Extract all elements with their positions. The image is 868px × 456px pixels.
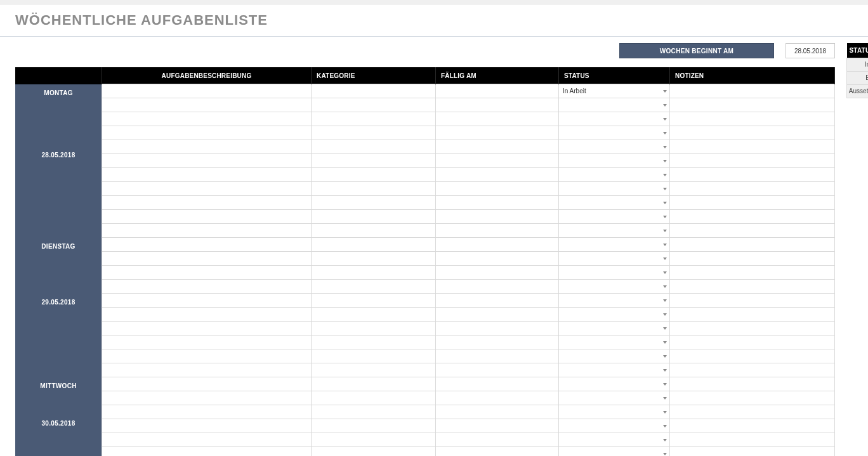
task-status-dropdown[interactable] [559, 363, 670, 377]
task-description-cell[interactable] [102, 252, 312, 266]
task-description-cell[interactable] [102, 210, 312, 224]
task-status-dropdown[interactable] [559, 266, 670, 280]
task-notes-cell[interactable] [670, 196, 835, 210]
task-notes-cell[interactable] [670, 335, 835, 349]
task-status-dropdown[interactable]: In Arbeit [559, 84, 670, 98]
task-status-dropdown[interactable] [559, 168, 670, 182]
task-status-dropdown[interactable] [559, 224, 670, 238]
task-due-cell[interactable] [436, 433, 559, 447]
task-notes-cell[interactable] [670, 447, 835, 457]
task-description-cell[interactable] [102, 84, 312, 98]
task-description-cell[interactable] [102, 391, 312, 405]
task-status-dropdown[interactable] [559, 391, 670, 405]
task-category-cell[interactable] [312, 154, 436, 168]
task-category-cell[interactable] [312, 266, 436, 280]
task-category-cell[interactable] [312, 433, 436, 447]
task-description-cell[interactable] [102, 154, 312, 168]
task-due-cell[interactable] [436, 349, 559, 363]
task-notes-cell[interactable] [670, 308, 835, 322]
task-category-cell[interactable] [312, 419, 436, 433]
task-notes-cell[interactable] [670, 224, 835, 238]
task-category-cell[interactable] [312, 84, 436, 98]
task-notes-cell[interactable] [670, 363, 835, 377]
task-description-cell[interactable] [102, 405, 312, 419]
status-option[interactable]: In Arbeit [847, 58, 869, 72]
task-status-dropdown[interactable] [559, 154, 670, 168]
task-status-dropdown[interactable] [559, 377, 670, 391]
task-category-cell[interactable] [312, 140, 436, 154]
task-status-dropdown[interactable] [559, 196, 670, 210]
week-start-date-input[interactable]: 28.05.2018 [786, 43, 835, 58]
task-due-cell[interactable] [436, 377, 559, 391]
task-notes-cell[interactable] [670, 140, 835, 154]
task-status-dropdown[interactable] [559, 98, 670, 112]
task-due-cell[interactable] [436, 252, 559, 266]
task-status-dropdown[interactable] [559, 238, 670, 252]
task-due-cell[interactable] [436, 126, 559, 140]
task-notes-cell[interactable] [670, 322, 835, 335]
task-notes-cell[interactable] [670, 238, 835, 252]
task-description-cell[interactable] [102, 98, 312, 112]
task-category-cell[interactable] [312, 238, 436, 252]
task-description-cell[interactable] [102, 447, 312, 457]
task-status-dropdown[interactable] [559, 210, 670, 224]
task-notes-cell[interactable] [670, 433, 835, 447]
task-notes-cell[interactable] [670, 419, 835, 433]
task-due-cell[interactable] [436, 391, 559, 405]
task-category-cell[interactable] [312, 377, 436, 391]
task-status-dropdown[interactable] [559, 447, 670, 457]
task-due-cell[interactable] [436, 322, 559, 335]
task-description-cell[interactable] [102, 168, 312, 182]
task-notes-cell[interactable] [670, 252, 835, 266]
task-due-cell[interactable] [436, 168, 559, 182]
task-status-dropdown[interactable] [559, 280, 670, 294]
task-category-cell[interactable] [312, 363, 436, 377]
task-due-cell[interactable] [436, 182, 559, 196]
status-option[interactable]: Aussetzen / Warten [847, 85, 869, 98]
task-due-cell[interactable] [436, 154, 559, 168]
task-description-cell[interactable] [102, 419, 312, 433]
task-due-cell[interactable] [436, 210, 559, 224]
task-category-cell[interactable] [312, 322, 436, 335]
task-due-cell[interactable] [436, 280, 559, 294]
task-status-dropdown[interactable] [559, 322, 670, 335]
task-category-cell[interactable] [312, 308, 436, 322]
task-status-dropdown[interactable] [559, 349, 670, 363]
task-category-cell[interactable] [312, 252, 436, 266]
task-due-cell[interactable] [436, 363, 559, 377]
task-category-cell[interactable] [312, 335, 436, 349]
task-due-cell[interactable] [436, 98, 559, 112]
task-due-cell[interactable] [436, 84, 559, 98]
task-due-cell[interactable] [436, 419, 559, 433]
task-category-cell[interactable] [312, 224, 436, 238]
task-due-cell[interactable] [436, 447, 559, 457]
task-notes-cell[interactable] [670, 126, 835, 140]
task-due-cell[interactable] [436, 238, 559, 252]
task-notes-cell[interactable] [670, 168, 835, 182]
task-status-dropdown[interactable] [559, 252, 670, 266]
task-notes-cell[interactable] [670, 391, 835, 405]
task-description-cell[interactable] [102, 126, 312, 140]
task-notes-cell[interactable] [670, 98, 835, 112]
task-status-dropdown[interactable] [559, 126, 670, 140]
task-notes-cell[interactable] [670, 112, 835, 126]
task-category-cell[interactable] [312, 391, 436, 405]
task-notes-cell[interactable] [670, 405, 835, 419]
task-category-cell[interactable] [312, 405, 436, 419]
task-category-cell[interactable] [312, 210, 436, 224]
task-notes-cell[interactable] [670, 266, 835, 280]
task-description-cell[interactable] [102, 308, 312, 322]
task-status-dropdown[interactable] [559, 112, 670, 126]
task-category-cell[interactable] [312, 182, 436, 196]
task-status-dropdown[interactable] [559, 140, 670, 154]
task-due-cell[interactable] [436, 294, 559, 308]
task-notes-cell[interactable] [670, 377, 835, 391]
task-notes-cell[interactable] [670, 349, 835, 363]
task-due-cell[interactable] [436, 196, 559, 210]
task-category-cell[interactable] [312, 126, 436, 140]
task-status-dropdown[interactable] [559, 182, 670, 196]
task-status-dropdown[interactable] [559, 433, 670, 447]
task-due-cell[interactable] [436, 308, 559, 322]
task-description-cell[interactable] [102, 294, 312, 308]
task-due-cell[interactable] [436, 266, 559, 280]
